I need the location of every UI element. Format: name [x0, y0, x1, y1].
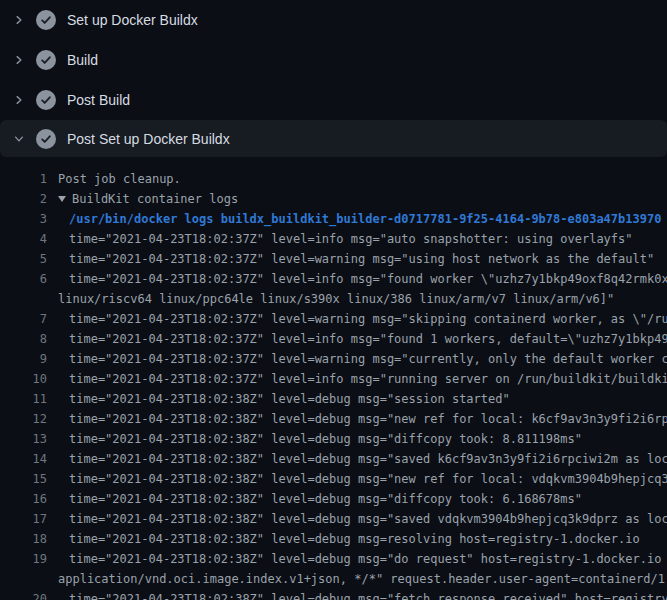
log-line-number[interactable]: 19 [0, 549, 47, 569]
log-line: 2 BuildKit container logs [0, 189, 667, 209]
log-line-number[interactable]: 1 [0, 169, 47, 189]
log-line-text: time="2021-04-23T18:02:38Z" level=debug … [69, 489, 582, 509]
log-line: 17 time="2021-04-23T18:02:38Z" level=deb… [0, 509, 667, 529]
chevron-icon[interactable] [13, 133, 25, 145]
log-line-number[interactable]: 16 [0, 489, 47, 509]
job-steps-list: Set up Docker Buildx Build P [0, 0, 667, 157]
log-line: 10 time="2021-04-23T18:02:37Z" level=inf… [0, 369, 667, 389]
log-line: 9 time="2021-04-23T18:02:37Z" level=warn… [0, 349, 667, 369]
log-line: 4 time="2021-04-23T18:02:37Z" level=info… [0, 229, 667, 249]
log-line: 15 time="2021-04-23T18:02:38Z" level=deb… [0, 469, 667, 489]
log-line-number[interactable]: 9 [0, 349, 47, 369]
log-line-number[interactable] [0, 289, 47, 309]
step-header-2[interactable]: Post Build [0, 80, 667, 120]
log-line-text: linux/riscv64 linux/ppc64le linux/s390x … [58, 289, 614, 309]
log-line-text: time="2021-04-23T18:02:37Z" level=warnin… [69, 309, 667, 329]
log-line: 5 time="2021-04-23T18:02:37Z" level=warn… [0, 249, 667, 269]
log-line-text: time="2021-04-23T18:02:38Z" level=debug … [69, 529, 640, 549]
step-label: Post Set up Docker Buildx [67, 129, 230, 149]
chevron-icon[interactable] [13, 14, 25, 26]
chevron-icon[interactable] [13, 54, 25, 66]
log-line-number[interactable]: 15 [0, 469, 47, 489]
log-line: 1 Post job cleanup. [0, 169, 667, 189]
log-line-text: time="2021-04-23T18:02:38Z" level=debug … [69, 469, 667, 489]
log-line-text: time="2021-04-23T18:02:38Z" level=debug … [69, 429, 582, 449]
log-line: 7 time="2021-04-23T18:02:37Z" level=warn… [0, 309, 667, 329]
log-viewer: 1 Post job cleanup. 2 BuildKit container… [0, 160, 667, 600]
log-line: 14 time="2021-04-23T18:02:38Z" level=deb… [0, 449, 667, 469]
log-line: 16 time="2021-04-23T18:02:38Z" level=deb… [0, 489, 667, 509]
check-circle-icon [36, 129, 56, 149]
log-line-number[interactable]: 5 [0, 249, 47, 269]
step-label: Set up Docker Buildx [67, 10, 198, 30]
step-header-3[interactable]: Post Set up Docker Buildx [0, 120, 667, 157]
log-group-toggle[interactable]: BuildKit container logs [58, 189, 238, 209]
step-header-1[interactable]: Build [0, 40, 667, 80]
log-line: 19 time="2021-04-23T18:02:38Z" level=deb… [0, 549, 667, 569]
log-line-number[interactable]: 13 [0, 429, 47, 449]
log-line-text: time="2021-04-23T18:02:37Z" level=info m… [69, 329, 667, 349]
log-line-number[interactable]: 18 [0, 529, 47, 549]
log-line-number[interactable]: 2 [0, 189, 47, 209]
log-line-text: /usr/bin/docker logs buildx_buildkit_bui… [69, 209, 661, 229]
check-circle-icon [36, 50, 56, 70]
log-line-text: time="2021-04-23T18:02:38Z" level=debug … [69, 389, 510, 409]
log-line-text: application/vnd.oci.image.index.v1+json,… [58, 569, 667, 589]
log-line-number[interactable]: 6 [0, 269, 47, 289]
log-line-text: time="2021-04-23T18:02:37Z" level=info m… [69, 269, 667, 289]
step-label: Build [67, 50, 98, 70]
log-line-number[interactable]: 12 [0, 409, 47, 429]
log-line-number[interactable]: 7 [0, 309, 47, 329]
step-header-0[interactable]: Set up Docker Buildx [0, 0, 667, 40]
log-line-text: time="2021-04-23T18:02:38Z" level=debug … [69, 409, 667, 429]
log-line-number[interactable]: 14 [0, 449, 47, 469]
log-line: 20 time="2021-04-23T18:02:38Z" level=deb… [0, 589, 667, 600]
log-line-number[interactable]: 4 [0, 229, 47, 249]
log-line: 8 time="2021-04-23T18:02:37Z" level=info… [0, 329, 667, 349]
log-line: application/vnd.oci.image.index.v1+json,… [0, 569, 667, 589]
chevron-icon[interactable] [13, 94, 25, 106]
log-line-text: time="2021-04-23T18:02:37Z" level=warnin… [69, 249, 654, 269]
check-circle-icon [36, 90, 56, 110]
log-line-text: time="2021-04-23T18:02:38Z" level=debug … [69, 509, 667, 529]
log-line-number[interactable]: 3 [0, 209, 47, 229]
log-line-number[interactable]: 10 [0, 369, 47, 389]
log-line: 12 time="2021-04-23T18:02:38Z" level=deb… [0, 409, 667, 429]
log-line: 13 time="2021-04-23T18:02:38Z" level=deb… [0, 429, 667, 449]
log-line-number[interactable]: 20 [0, 589, 47, 600]
log-line-text: time="2021-04-23T18:02:37Z" level=info m… [69, 369, 667, 389]
log-line-text: time="2021-04-23T18:02:38Z" level=debug … [69, 589, 667, 600]
log-line-number[interactable] [0, 569, 47, 589]
log-line-text: Post job cleanup. [58, 169, 181, 189]
log-line-text: time="2021-04-23T18:02:38Z" level=debug … [69, 449, 667, 469]
log-line: 11 time="2021-04-23T18:02:38Z" level=deb… [0, 389, 667, 409]
log-line-text: time="2021-04-23T18:02:37Z" level=warnin… [69, 349, 667, 369]
log-line-text: time="2021-04-23T18:02:38Z" level=debug … [69, 549, 667, 569]
log-line: 18 time="2021-04-23T18:02:38Z" level=deb… [0, 529, 667, 549]
log-line: linux/riscv64 linux/ppc64le linux/s390x … [0, 289, 667, 309]
log-line: 6 time="2021-04-23T18:02:37Z" level=info… [0, 269, 667, 289]
log-line-number[interactable]: 11 [0, 389, 47, 409]
step-label: Post Build [67, 90, 130, 110]
check-circle-icon [36, 10, 56, 30]
triangle-down-icon[interactable] [58, 196, 66, 202]
log-line-number[interactable]: 17 [0, 509, 47, 529]
log-line-text: time="2021-04-23T18:02:37Z" level=info m… [69, 229, 633, 249]
log-line-number[interactable]: 8 [0, 329, 47, 349]
log-line: 3 /usr/bin/docker logs buildx_buildkit_b… [0, 209, 667, 229]
